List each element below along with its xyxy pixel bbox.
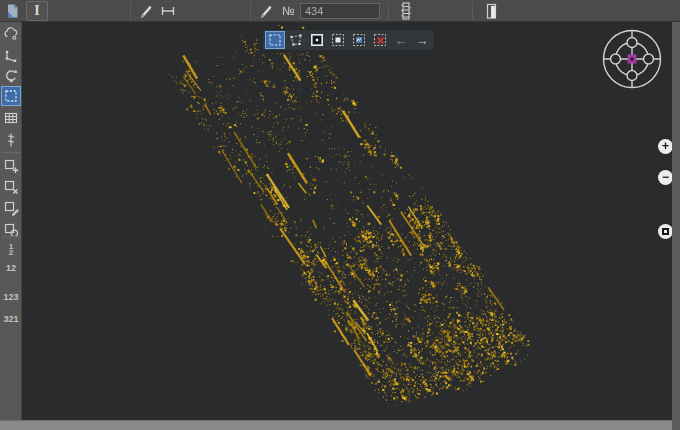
point-cloud-canvas[interactable] (22, 22, 672, 420)
compass-icon (604, 31, 661, 88)
polygon-select-icon (288, 32, 304, 48)
plus-icon: + (662, 140, 669, 153)
toolbar-separator (2, 236, 20, 237)
clamp-tool-button[interactable] (1, 130, 21, 150)
fill-selection-button[interactable] (328, 31, 348, 49)
minus-icon: − (662, 171, 669, 184)
arrow-right-icon: → (416, 33, 429, 48)
door-button[interactable] (479, 1, 503, 21)
number-321-icon: 321 (3, 314, 18, 324)
rect-select-button[interactable] (265, 31, 285, 49)
polyline-icon (3, 48, 19, 64)
horizontal-scrollbar[interactable] (0, 420, 680, 430)
zoom-out-button[interactable]: − (658, 170, 672, 185)
copy-region-button[interactable] (1, 220, 21, 240)
invert-selection-button[interactable] (307, 31, 327, 49)
toolbar-separator (130, 2, 131, 20)
film-strip-icon (398, 2, 414, 20)
toolbar-separator (2, 152, 20, 153)
vertical-scrollbar[interactable] (672, 22, 680, 420)
marquee-select-icon (3, 88, 19, 104)
pencil-icon (258, 3, 274, 19)
ibeam-icon: I (34, 3, 39, 19)
add-region-icon (3, 158, 19, 174)
number-input[interactable] (300, 3, 380, 19)
marquee-select-icon (267, 32, 283, 48)
polygon-select-button[interactable] (286, 31, 306, 49)
delete-region-icon (3, 179, 19, 195)
rotate-tool-button[interactable] (1, 66, 21, 86)
polyline-tool-button[interactable] (1, 46, 21, 66)
number-12-icon: 12 (6, 263, 16, 273)
number-123-icon: 123 (3, 292, 18, 302)
measure-icon (160, 3, 176, 19)
delete-selection-icon (372, 32, 388, 48)
stacked-numbers-icon: 1 2 (9, 244, 13, 256)
arrow-left-icon: ← (395, 33, 408, 48)
number-half-tool-button[interactable]: 1 2 (1, 240, 21, 260)
grid-icon (3, 110, 19, 126)
grid-tool-button[interactable] (1, 108, 21, 128)
zoom-fit-icon (662, 228, 669, 235)
viewport[interactable]: ← → + − (22, 22, 672, 420)
edit-region-icon (3, 200, 19, 216)
number-321-tool-button[interactable]: 321 (1, 309, 21, 329)
top-toolbar: I № (0, 0, 680, 22)
scrollbar-corner (672, 420, 680, 430)
toolbar-separator (472, 2, 473, 20)
toolbar-separator (388, 2, 389, 20)
new-document-button[interactable] (2, 1, 22, 21)
edit-number-button[interactable] (256, 1, 276, 21)
zoom-fit-button[interactable] (658, 224, 672, 239)
measure-button[interactable] (158, 1, 178, 21)
marquee-select-tool-button[interactable] (1, 86, 21, 106)
number-12-tool-button[interactable]: 12 (1, 258, 21, 278)
film-strip-button[interactable] (394, 1, 418, 21)
application-window: I № (0, 0, 680, 430)
delete-selection-button[interactable] (370, 31, 390, 49)
undo-button[interactable]: ← (391, 31, 411, 49)
cloud-points-icon (3, 26, 19, 42)
zoom-in-button[interactable]: + (658, 139, 672, 154)
edit-region-button[interactable] (1, 198, 21, 218)
text-cursor-button[interactable]: I (26, 1, 48, 21)
door-icon (483, 3, 500, 20)
draw-button[interactable] (136, 1, 156, 21)
toolbar-separator (250, 2, 251, 20)
compass-widget[interactable] (600, 27, 664, 91)
number-123-tool-button[interactable]: 123 (1, 287, 21, 307)
fill-selection-icon (330, 32, 346, 48)
add-region-button[interactable] (1, 156, 21, 176)
delete-region-button[interactable] (1, 177, 21, 197)
selection-toolbar: ← → (262, 29, 435, 51)
invert-selection-icon (309, 32, 325, 48)
mask-selection-button[interactable] (349, 31, 369, 49)
redo-button[interactable]: → (412, 31, 432, 49)
point-cloud-tool-button[interactable] (1, 24, 21, 44)
number-label: № (282, 0, 295, 22)
left-toolbar: 1 2 12 123 321 (0, 22, 22, 420)
clamp-icon (3, 132, 19, 148)
rotate-icon (3, 68, 19, 84)
mask-selection-icon (351, 32, 367, 48)
doc-icon (4, 3, 20, 19)
pencil-icon (138, 3, 154, 19)
